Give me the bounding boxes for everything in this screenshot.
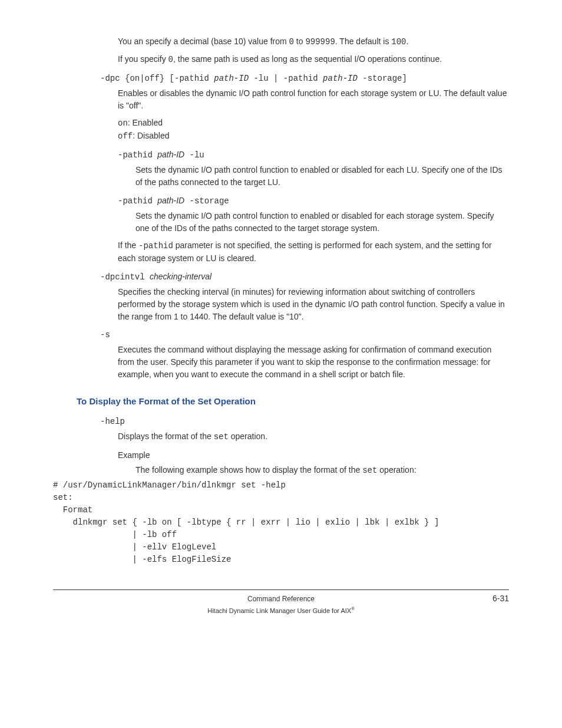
text: , the same path is used as long as the s… [173,54,442,64]
param-dpc-signature: -dpc {on|off} [-pathid path-ID -lu | -pa… [100,72,509,85]
text: : Enabled [128,118,163,127]
var-pathid: path-ID [157,196,184,205]
para-decimal-range: You an specify a decimal (base 10) value… [118,35,509,48]
text: . The default is [335,37,391,46]
code-100: 100 [391,37,406,47]
para-dpcintvl-desc: Specifies the checking interval (in minu… [118,286,509,323]
text: If you specify [118,54,168,64]
footer-pagenum: 6-31 [492,592,509,605]
param-dpcintvl-signature: -dpcintvl checking-interval [100,271,509,284]
param-pathid-storage-signature: -pathid path-ID -storage [118,195,509,207]
code-storage: -storage] [358,74,407,83]
var-pathid: path-ID [157,150,184,159]
code-999999: 999999 [305,37,335,47]
example-label: Example [118,449,509,462]
code-pathid-var: path-ID [214,74,249,83]
code-pathid: -pathid [118,150,157,160]
code-dpcintvl: -dpcintvl [100,272,150,282]
code-0: 0 [289,37,294,47]
text: to [294,37,305,46]
para-dpc-note: If the -pathid parameter is not specifie… [118,239,509,265]
code-0: 0 [168,55,173,64]
para-pathid-storage-desc: Sets the dynamic I/O path control functi… [135,210,509,235]
text: You an specify a decimal (base 10) value… [118,37,289,46]
param-pathid-lu-signature: -pathid path-ID -lu [118,149,509,162]
example-code-block: # /usr/DynamicLinkManager/bin/dlnkmgr se… [53,479,509,566]
text: operation. [229,431,267,441]
text: Displays the format of the [118,431,214,441]
code-pathid: -pathid [138,241,173,251]
code-storage: -storage [184,196,229,206]
var-checking-interval: checking-interval [150,272,211,281]
registered-icon: ® [351,606,355,611]
page-footer: Command Reference 6-31 Hitachi Dynamic L… [53,589,509,615]
para-pathid-lu-desc: Sets the dynamic I/O path control functi… [135,164,509,189]
code-pathid: -pathid [118,196,157,206]
param-s-signature: -s [100,329,509,341]
text: parameter is not specified, the setting … [118,241,492,263]
para-specify-zero: If you specify 0, the same path is used … [118,53,509,66]
code-set: set [362,466,377,475]
code-dpc: -dpc {on|off} [-pathid [100,74,214,83]
heading-display-format: To Display the Format of the Set Operati… [77,395,509,409]
footer-title: Hitachi Dynamic Link Manager User Guide … [53,605,509,615]
footer-section: Command Reference [247,594,315,604]
text: : Disabled [133,131,169,140]
para-dpc-off: off: Disabled [118,130,509,143]
para-dpc-desc: Enables or disables the dynamic I/O path… [118,87,509,112]
code-lu: -lu | -pathid [249,74,323,83]
text: . [406,37,409,46]
param-help-signature: -help [100,416,509,428]
code-off: off [118,131,133,141]
code-on: on [118,118,128,128]
text: Hitachi Dynamic Link Manager User Guide … [207,607,351,614]
text: operation: [377,465,416,475]
text: The following example shows how to displ… [135,465,362,475]
para-example-desc: The following example shows how to displ… [135,464,509,477]
para-help-desc: Displays the format of the set operation… [118,430,509,443]
code-set: set [214,432,229,442]
para-s-desc: Executes the command without displaying … [118,344,509,381]
text: If the [118,241,138,250]
para-dpc-on: on: Enabled [118,117,509,130]
code-pathid-var: path-ID [323,74,358,83]
code-lu: -lu [184,150,204,160]
